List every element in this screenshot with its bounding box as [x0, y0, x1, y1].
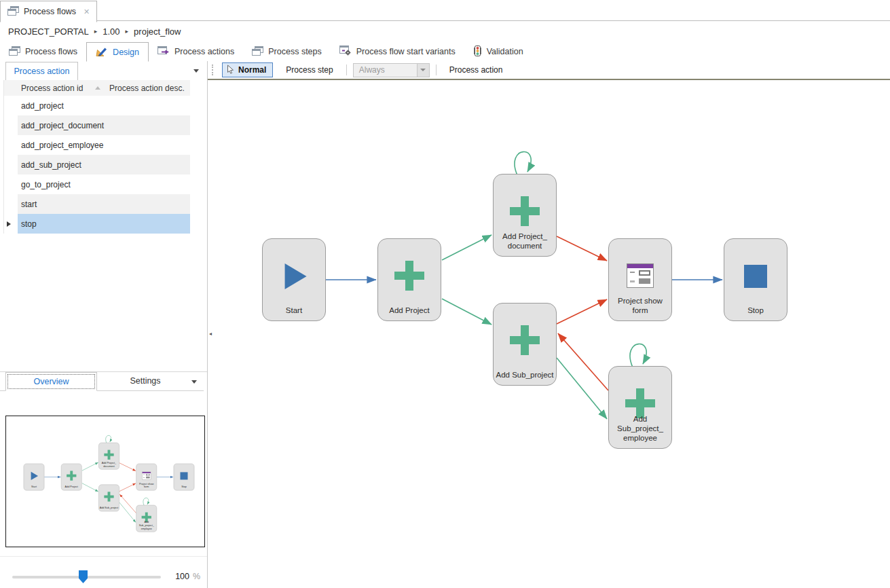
table-row[interactable]: add_project_employee	[4, 135, 190, 155]
flow-node-add_sub_project_employee: Add Sub_project_ employee	[136, 505, 157, 532]
table-header-row: Process action id Process action desc.	[4, 80, 190, 96]
play-icon	[285, 263, 307, 289]
design-pencil-icon	[96, 46, 108, 58]
normal-mode-label: Normal	[238, 65, 266, 75]
tab-process-actions[interactable]: Process actions	[149, 42, 243, 61]
flow-node-label: Add Project_ document	[496, 232, 554, 251]
overview-tab-bar: Overview Settings	[0, 372, 204, 391]
plus-icon	[510, 196, 540, 226]
close-icon[interactable]: ✕	[84, 7, 90, 16]
tab-overview[interactable]: Overview	[5, 372, 97, 391]
plus-icon	[104, 492, 113, 501]
toolbar-drag-handle-icon[interactable]	[212, 65, 215, 75]
form-icon	[142, 472, 151, 480]
chevron-down-icon[interactable]	[193, 69, 199, 73]
process-action-button[interactable]: Process action	[443, 65, 510, 75]
tab-settings[interactable]: Settings	[97, 372, 193, 390]
breadcrumb: PROJECT_PORTAL 1.00 project_flow	[0, 21, 890, 42]
minimap-stage: StartAdd ProjectAdd Project_ documentAdd…	[7, 416, 193, 536]
flow-node-add_sub_project[interactable]: Add Sub_project	[493, 303, 557, 386]
row-indicator-gutter	[4, 135, 18, 155]
overview-minimap[interactable]: StartAdd ProjectAdd Project_ documentAdd…	[5, 416, 205, 547]
flow-node-label: Add Sub_project	[100, 507, 119, 510]
flow-design-canvas[interactable]: StartAdd ProjectAdd Project_ documentAdd…	[212, 80, 890, 588]
process-step-button[interactable]: Process step	[279, 65, 339, 75]
row-indicator-gutter	[4, 174, 18, 194]
table-row[interactable]: stop	[4, 214, 190, 234]
document-tab-process-flows[interactable]: Process flows ✕	[0, 1, 97, 22]
tab-process-flow-start-variants[interactable]: Process flow start variants	[331, 42, 464, 61]
left-panel-header-row: Process action	[0, 61, 208, 80]
current-row-marker-icon	[7, 221, 11, 227]
flow-node-project_show_form: Project show form	[136, 464, 157, 491]
table-row[interactable]: add_project	[4, 96, 190, 115]
sort-ascending-icon	[95, 86, 100, 90]
flow-node-start[interactable]: Start	[262, 238, 326, 321]
table-row[interactable]: go_to_project	[4, 174, 190, 194]
zoom-value: 100	[170, 572, 189, 581]
flow-node-add_project_document[interactable]: Add Project_ document	[493, 174, 557, 257]
stop-icon	[744, 265, 767, 288]
chevron-down-icon	[420, 69, 426, 71]
flow-node-label: Project show form	[611, 296, 669, 315]
table-body: add_projectadd_project_documentadd_proje…	[4, 96, 190, 234]
panel-tab-label: Process action	[14, 67, 70, 76]
flow-node-add_project: Add Project	[61, 464, 82, 491]
plus-icon	[510, 325, 540, 355]
tab-process-steps[interactable]: Process steps	[243, 42, 331, 61]
flow-node-label: Add Sub_project	[496, 370, 554, 380]
condition-dropdown[interactable]: Always	[353, 63, 430, 77]
row-indicator-gutter	[4, 115, 18, 135]
row-indicator-gutter	[4, 194, 18, 214]
app-window: Process flows ✕ PROJECT_PORTAL 1.00 proj…	[0, 0, 890, 588]
flow-node-add_sub_project_employee[interactable]: Add Sub_project_ employee	[608, 366, 672, 449]
panel-splitter[interactable]	[207, 61, 208, 588]
flow-node-label: Add Project	[62, 485, 81, 489]
tab-label: Process flow start variants	[356, 47, 456, 56]
flow-node-label: Add Project	[380, 306, 439, 315]
zoom-unit: %	[193, 572, 200, 581]
flow-node-label: Add Project_ document	[100, 461, 119, 467]
table-row[interactable]: add_project_document	[4, 115, 190, 135]
cell-process-action-id: go_to_project	[18, 180, 109, 189]
document-tabstrip: Process flows ✕	[0, 0, 890, 21]
tab-validation[interactable]: Validation	[464, 42, 532, 61]
tab-label: Process steps	[268, 47, 322, 56]
normal-mode-button[interactable]: Normal	[222, 62, 273, 77]
breadcrumb-item-process-flow[interactable]: project_flow	[134, 26, 181, 37]
panel-tab-process-action[interactable]: Process action	[5, 62, 78, 80]
flow-node-label: Stop	[174, 485, 193, 489]
column-header-label: Process action id	[21, 84, 83, 93]
cell-process-action-id: stop	[18, 219, 109, 229]
condition-dropdown-value: Always	[359, 65, 385, 75]
window-arrow-icon	[157, 46, 170, 58]
tab-process-flows[interactable]: Process flows	[0, 42, 86, 61]
column-header-process-action-id[interactable]: Process action id	[18, 84, 106, 93]
play-icon	[31, 472, 38, 480]
flow-node-label: Stop	[726, 306, 785, 315]
dropdown-button[interactable]	[417, 64, 429, 77]
breadcrumb-item-version[interactable]: 1.00	[103, 26, 119, 37]
row-indicator-gutter	[4, 214, 18, 234]
zoom-slider-thumb[interactable]	[79, 570, 88, 583]
table-row[interactable]: start	[4, 194, 190, 214]
flow-node-project_show_form[interactable]: Project show form	[608, 238, 672, 321]
cell-process-action-id: add_project_employee	[18, 141, 109, 150]
table-row[interactable]: add_sub_project	[4, 155, 190, 174]
flow-node-stop: Stop	[174, 464, 195, 491]
cell-process-action-id: start	[18, 200, 109, 209]
window-gear-icon	[339, 45, 352, 58]
tab-design[interactable]: Design	[86, 42, 149, 62]
flow-node-label: Add Sub_project_ employee	[611, 414, 669, 443]
flow-node-stop[interactable]: Stop	[724, 238, 787, 321]
flow-node-add_project[interactable]: Add Project	[377, 238, 441, 321]
traffic-light-icon	[473, 45, 482, 58]
tab-label: Settings	[130, 376, 160, 386]
flow-node-add_project_document: Add Project_ document	[98, 443, 119, 470]
row-indicator-gutter	[4, 155, 18, 174]
column-header-process-action-desc[interactable]: Process action desc.	[106, 84, 190, 93]
breadcrumb-item-project[interactable]: PROJECT_PORTAL	[8, 26, 89, 37]
row-indicator-gutter	[4, 96, 18, 115]
chevron-down-icon[interactable]	[191, 380, 197, 384]
flow-node-label: Start	[265, 306, 323, 315]
